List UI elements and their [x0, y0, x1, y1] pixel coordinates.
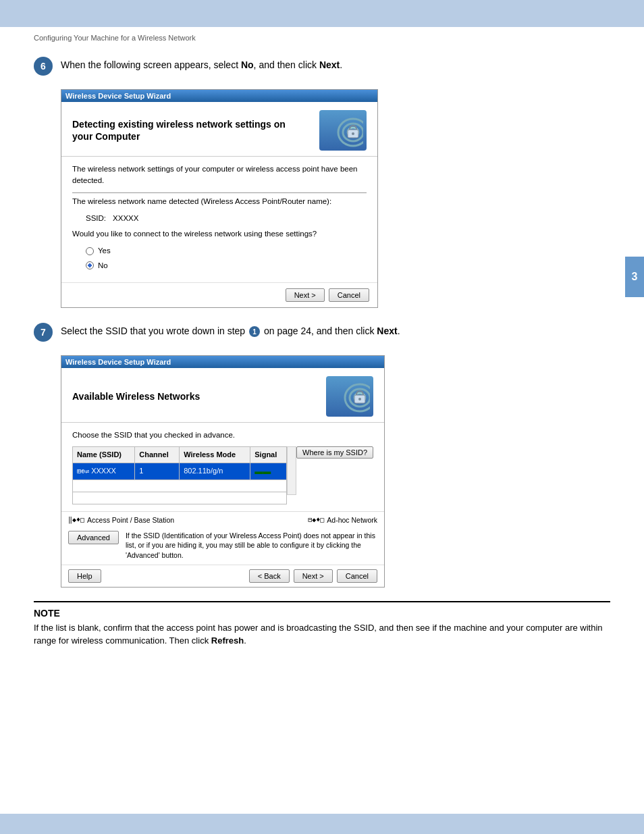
svg-point-9 — [358, 398, 361, 400]
network-icon: ⊞⊕⇌ — [77, 467, 89, 475]
dialog2-subtitle: Choose the SSID that you checked in adva… — [72, 429, 373, 441]
row-channel: 1 — [135, 463, 180, 479]
step7-circle: 7 — [34, 323, 53, 342]
dialog1-cancel-button[interactable]: Cancel — [329, 288, 369, 302]
signal-bars-icon: ▬▬ — [254, 467, 271, 476]
step7-text: Select the SSID that you wrote down in s… — [61, 321, 400, 338]
dialog1-header: Detecting existing wireless network sett… — [61, 102, 377, 157]
row-ssid: ⊞⊕⇌ XXXXX — [73, 463, 135, 479]
col-name-header: Name (SSID) — [73, 447, 135, 463]
dialog1: Wireless Device Setup Wizard Detecting e… — [61, 89, 378, 308]
table-container: Name (SSID) Channel Wireless Mode Signal… — [72, 446, 287, 504]
col-mode-header: Wireless Mode — [180, 447, 250, 463]
radio-yes-circle[interactable] — [86, 247, 94, 255]
legend-row: ‖◆♦□ Access Point / Base Station ⊟◆♦□ Ad… — [61, 511, 384, 528]
cancel-button[interactable]: Cancel — [337, 569, 377, 583]
radio-no-label: No — [98, 260, 108, 271]
dialog2-footer: Help < Back Next > Cancel — [61, 565, 384, 587]
bottom-bar — [0, 814, 644, 834]
top-bar — [0, 0, 644, 27]
dialog2-content: Choose the SSID that you checked in adva… — [61, 423, 384, 511]
where-ssid-button[interactable]: Where is my SSID? — [296, 446, 373, 459]
legend-access: ‖◆♦□ Access Point / Base Station — [68, 516, 174, 524]
dialog1-footer: Next > Cancel — [61, 282, 377, 307]
network-table: Name (SSID) Channel Wireless Mode Signal… — [72, 446, 287, 504]
note-box: NOTE If the list is blank, confirm that … — [34, 601, 610, 648]
dialog2-titlebar: Wireless Device Setup Wizard — [61, 356, 384, 368]
step6-text3: . — [340, 59, 342, 70]
ssid-value: XXXXX — [113, 213, 138, 224]
table-empty-row2 — [73, 492, 287, 504]
step6-text: When the following screen appears, selec… — [61, 55, 342, 72]
legend-adhoc: ⊟◆♦□ Ad-hoc Network — [308, 516, 377, 524]
adhoc-icon: ⊟◆♦□ — [308, 516, 324, 523]
back-button[interactable]: < Back — [249, 569, 290, 583]
dialog1-body: Detecting existing wireless network sett… — [61, 102, 377, 307]
note-text: If the list is blank, confirm that the a… — [34, 621, 610, 648]
legend-adhoc-label: Ad-hoc Network — [327, 516, 377, 524]
help-button[interactable]: Help — [68, 569, 101, 583]
wifi-icon2 — [326, 376, 373, 417]
note-text1: If the list is blank, confirm that the a… — [34, 623, 603, 646]
dialog2: Wireless Device Setup Wizard Available W… — [61, 355, 385, 588]
advanced-text: If the SSID (Identification of your Wire… — [126, 531, 377, 561]
step6-text-before: When the following screen appears, selec… — [61, 59, 241, 70]
step7-text-before: Select the SSID that you wrote down in s… — [61, 325, 248, 336]
step7-container: 7 Select the SSID that you wrote down in… — [34, 321, 610, 342]
legend-access-label: Access Point / Base Station — [87, 516, 174, 524]
advanced-button[interactable]: Advanced — [68, 531, 119, 544]
table-row[interactable]: ⊞⊕⇌ XXXXX 1 802.11b/g/n ▬▬ — [73, 463, 287, 479]
col-channel-header: Channel — [135, 447, 180, 463]
dialog1-question: Would you like to connect to the wireles… — [72, 228, 367, 240]
dialog2-footer-right: < Back Next > Cancel — [249, 569, 377, 583]
radio-yes-label: Yes — [98, 245, 111, 257]
advanced-row: Advanced If the SSID (Identification of … — [61, 528, 384, 565]
row-signal: ▬▬ — [250, 463, 287, 479]
radio-group: Yes No — [86, 245, 367, 271]
breadcrumb: Configuring Your Machine for a Wireless … — [34, 34, 610, 42]
dialog1-content: The wireless network settings of your co… — [61, 157, 377, 282]
dialog1-titlebar: Wireless Device Setup Wizard — [61, 90, 377, 102]
step-ref-circle: 1 — [249, 326, 260, 337]
radio-yes[interactable]: Yes — [86, 245, 367, 257]
step7-text2: on page 24, and then click — [261, 325, 377, 336]
col-signal-header: Signal — [250, 447, 287, 463]
side-tab: 3 — [625, 257, 644, 297]
dialog1-next-button[interactable]: Next > — [286, 288, 325, 302]
step6-bold2: Next — [319, 59, 340, 70]
dialog2-header: Available Wireless Networks — [61, 368, 384, 423]
dialog2-header-title: Available Wireless Networks — [72, 390, 200, 402]
step6-container: 6 When the following screen appears, sel… — [34, 55, 610, 76]
table-empty-row1 — [73, 479, 287, 492]
access-icon: ‖◆♦□ — [68, 516, 84, 523]
wifi-icon1 — [319, 110, 367, 151]
dialog1-para1: The wireless network settings of your co… — [72, 163, 367, 187]
table-area: Name (SSID) Channel Wireless Mode Signal… — [72, 446, 296, 504]
ssid-label: SSID: — [86, 213, 106, 224]
step6-bold1: No — [241, 59, 254, 70]
note-bold: Refresh — [211, 635, 244, 646]
scrollbar[interactable] — [287, 446, 296, 495]
step7-bold: Next — [377, 325, 397, 336]
dialog2-body: Available Wireless Networks Choose the S… — [61, 368, 384, 587]
row-ssid-value: XXXXX — [91, 467, 116, 475]
step6-text2: , and then click — [254, 59, 319, 70]
step6-circle: 6 — [34, 57, 53, 76]
svg-point-4 — [352, 132, 354, 135]
radio-no-circle[interactable] — [86, 261, 94, 269]
radio-no[interactable]: No — [86, 260, 367, 271]
row-mode: 802.11b/g/n — [180, 463, 250, 479]
note-title: NOTE — [34, 608, 610, 619]
ssid-line: SSID: XXXXX — [86, 213, 367, 224]
next-button[interactable]: Next > — [294, 569, 333, 583]
note-text2: . — [244, 635, 246, 646]
dialog1-para2: The wireless network name detected (Wire… — [72, 196, 367, 207]
dialog1-header-title: Detecting existing wireless network sett… — [72, 118, 288, 142]
step7-text3: . — [398, 325, 400, 336]
